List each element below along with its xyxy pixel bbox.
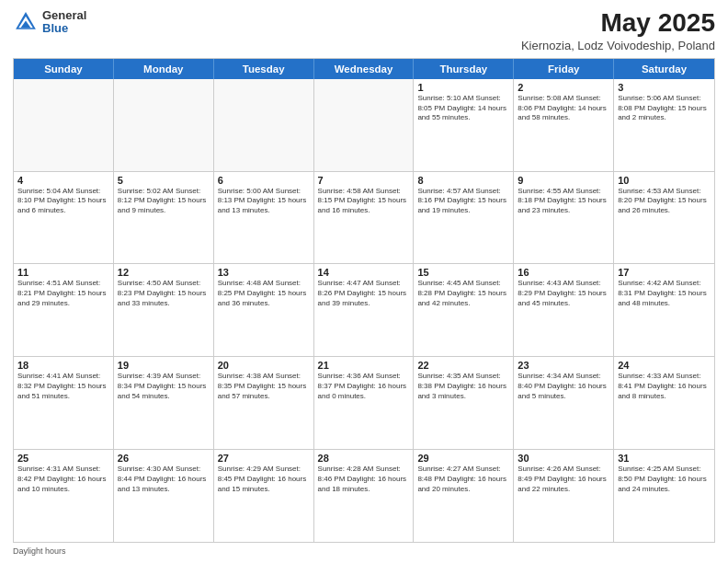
cal-week-1: 4Sunrise: 5:04 AM Sunset: 8:10 PM Daylig… bbox=[14, 172, 714, 265]
logo: General Blue bbox=[13, 9, 86, 36]
cal-cell: 19Sunrise: 4:39 AM Sunset: 8:34 PM Dayli… bbox=[114, 357, 214, 449]
cell-info: Sunrise: 4:43 AM Sunset: 8:29 PM Dayligh… bbox=[518, 279, 609, 308]
date-number: 3 bbox=[618, 82, 711, 93]
cal-cell: 12Sunrise: 4:50 AM Sunset: 8:23 PM Dayli… bbox=[114, 264, 214, 356]
calendar: SundayMondayTuesdayWednesdayThursdayFrid… bbox=[13, 58, 715, 543]
date-number: 22 bbox=[417, 360, 509, 371]
cal-cell bbox=[114, 79, 214, 171]
cell-info: Sunrise: 4:29 AM Sunset: 8:45 PM Dayligh… bbox=[218, 465, 310, 494]
cal-cell: 22Sunrise: 4:35 AM Sunset: 8:38 PM Dayli… bbox=[414, 357, 514, 449]
cell-info: Sunrise: 4:42 AM Sunset: 8:31 PM Dayligh… bbox=[618, 279, 711, 308]
cell-info: Sunrise: 4:38 AM Sunset: 8:35 PM Dayligh… bbox=[218, 372, 310, 401]
cell-info: Sunrise: 4:35 AM Sunset: 8:38 PM Dayligh… bbox=[417, 372, 509, 401]
day-header-sunday: Sunday bbox=[14, 59, 114, 79]
date-number: 21 bbox=[318, 360, 410, 371]
date-number: 29 bbox=[417, 453, 509, 464]
cal-cell: 8Sunrise: 4:57 AM Sunset: 8:16 PM Daylig… bbox=[414, 172, 514, 264]
cal-cell: 15Sunrise: 4:45 AM Sunset: 8:28 PM Dayli… bbox=[414, 264, 514, 356]
cal-week-2: 11Sunrise: 4:51 AM Sunset: 8:21 PM Dayli… bbox=[14, 264, 714, 357]
cell-info: Sunrise: 5:02 AM Sunset: 8:12 PM Dayligh… bbox=[118, 187, 210, 216]
cal-cell: 26Sunrise: 4:30 AM Sunset: 8:44 PM Dayli… bbox=[114, 450, 214, 542]
date-number: 30 bbox=[518, 453, 609, 464]
cell-info: Sunrise: 4:53 AM Sunset: 8:20 PM Dayligh… bbox=[618, 187, 711, 216]
cell-info: Sunrise: 4:34 AM Sunset: 8:40 PM Dayligh… bbox=[518, 372, 609, 401]
location: Kiernozia, Lodz Voivodeship, Poland bbox=[521, 39, 715, 52]
cal-cell: 13Sunrise: 4:48 AM Sunset: 8:25 PM Dayli… bbox=[214, 264, 314, 356]
day-header-friday: Friday bbox=[514, 59, 614, 79]
date-number: 5 bbox=[118, 175, 210, 186]
cal-cell: 29Sunrise: 4:27 AM Sunset: 8:48 PM Dayli… bbox=[414, 450, 514, 542]
date-number: 19 bbox=[118, 360, 210, 371]
date-number: 13 bbox=[218, 267, 310, 278]
cal-cell: 28Sunrise: 4:28 AM Sunset: 8:46 PM Dayli… bbox=[314, 450, 415, 542]
day-header-monday: Monday bbox=[114, 59, 214, 79]
date-number: 18 bbox=[17, 360, 109, 371]
cal-cell: 9Sunrise: 4:55 AM Sunset: 8:18 PM Daylig… bbox=[514, 172, 614, 264]
date-number: 24 bbox=[618, 360, 711, 371]
cell-info: Sunrise: 4:41 AM Sunset: 8:32 PM Dayligh… bbox=[17, 372, 109, 401]
date-number: 15 bbox=[417, 267, 509, 278]
day-header-tuesday: Tuesday bbox=[214, 59, 314, 79]
cal-cell: 1Sunrise: 5:10 AM Sunset: 8:05 PM Daylig… bbox=[414, 79, 514, 171]
header: General Blue May 2025 Kiernozia, Lodz Vo… bbox=[13, 9, 715, 52]
cal-cell: 10Sunrise: 4:53 AM Sunset: 8:20 PM Dayli… bbox=[614, 172, 714, 264]
date-number: 2 bbox=[518, 82, 609, 93]
date-number: 26 bbox=[118, 453, 210, 464]
cal-cell: 18Sunrise: 4:41 AM Sunset: 8:32 PM Dayli… bbox=[14, 357, 114, 449]
calendar-header: SundayMondayTuesdayWednesdayThursdayFrid… bbox=[14, 59, 714, 79]
month-year: May 2025 bbox=[521, 9, 715, 38]
cal-cell: 2Sunrise: 5:08 AM Sunset: 8:06 PM Daylig… bbox=[514, 79, 614, 171]
title-block: May 2025 Kiernozia, Lodz Voivodeship, Po… bbox=[521, 9, 715, 52]
date-number: 31 bbox=[618, 453, 711, 464]
logo-text: General Blue bbox=[42, 9, 86, 36]
cell-info: Sunrise: 5:08 AM Sunset: 8:06 PM Dayligh… bbox=[518, 94, 609, 123]
cal-cell: 27Sunrise: 4:29 AM Sunset: 8:45 PM Dayli… bbox=[214, 450, 314, 542]
day-header-saturday: Saturday bbox=[614, 59, 714, 79]
date-number: 14 bbox=[318, 267, 410, 278]
date-number: 23 bbox=[518, 360, 609, 371]
cell-info: Sunrise: 4:50 AM Sunset: 8:23 PM Dayligh… bbox=[118, 279, 210, 308]
cell-info: Sunrise: 5:10 AM Sunset: 8:05 PM Dayligh… bbox=[417, 94, 509, 123]
date-number: 9 bbox=[518, 175, 609, 186]
cell-info: Sunrise: 4:45 AM Sunset: 8:28 PM Dayligh… bbox=[417, 279, 509, 308]
cal-week-4: 25Sunrise: 4:31 AM Sunset: 8:42 PM Dayli… bbox=[14, 450, 714, 542]
cell-info: Sunrise: 4:51 AM Sunset: 8:21 PM Dayligh… bbox=[17, 279, 109, 308]
cal-cell: 23Sunrise: 4:34 AM Sunset: 8:40 PM Dayli… bbox=[514, 357, 614, 449]
cell-info: Sunrise: 4:28 AM Sunset: 8:46 PM Dayligh… bbox=[318, 465, 410, 494]
cal-cell: 21Sunrise: 4:36 AM Sunset: 8:37 PM Dayli… bbox=[314, 357, 415, 449]
date-number: 11 bbox=[17, 267, 109, 278]
date-number: 1 bbox=[417, 82, 509, 93]
page: General Blue May 2025 Kiernozia, Lodz Vo… bbox=[0, 0, 728, 563]
date-number: 7 bbox=[318, 175, 410, 186]
cal-week-3: 18Sunrise: 4:41 AM Sunset: 8:32 PM Dayli… bbox=[14, 357, 714, 450]
cell-info: Sunrise: 4:25 AM Sunset: 8:50 PM Dayligh… bbox=[618, 465, 711, 494]
cell-info: Sunrise: 4:26 AM Sunset: 8:49 PM Dayligh… bbox=[518, 465, 609, 494]
cal-cell: 14Sunrise: 4:47 AM Sunset: 8:26 PM Dayli… bbox=[314, 264, 415, 356]
date-number: 28 bbox=[318, 453, 410, 464]
logo-general: General bbox=[42, 8, 86, 22]
cell-info: Sunrise: 4:39 AM Sunset: 8:34 PM Dayligh… bbox=[118, 372, 210, 401]
cal-cell: 3Sunrise: 5:06 AM Sunset: 8:08 PM Daylig… bbox=[614, 79, 714, 171]
date-number: 20 bbox=[218, 360, 310, 371]
date-number: 12 bbox=[118, 267, 210, 278]
date-number: 27 bbox=[218, 453, 310, 464]
date-number: 17 bbox=[618, 267, 711, 278]
cal-cell bbox=[314, 79, 415, 171]
cal-cell bbox=[14, 79, 114, 171]
cell-info: Sunrise: 4:31 AM Sunset: 8:42 PM Dayligh… bbox=[17, 465, 109, 494]
cell-info: Sunrise: 4:30 AM Sunset: 8:44 PM Dayligh… bbox=[118, 465, 210, 494]
cell-info: Sunrise: 4:33 AM Sunset: 8:41 PM Dayligh… bbox=[618, 372, 711, 401]
cal-cell: 4Sunrise: 5:04 AM Sunset: 8:10 PM Daylig… bbox=[14, 172, 114, 264]
day-header-wednesday: Wednesday bbox=[314, 59, 415, 79]
date-number: 25 bbox=[17, 453, 109, 464]
cal-cell: 31Sunrise: 4:25 AM Sunset: 8:50 PM Dayli… bbox=[614, 450, 714, 542]
logo-icon bbox=[13, 9, 39, 35]
footer-note: Daylight hours bbox=[13, 546, 715, 556]
cal-week-0: 1Sunrise: 5:10 AM Sunset: 8:05 PM Daylig… bbox=[14, 79, 714, 172]
date-number: 8 bbox=[417, 175, 509, 186]
cal-cell: 30Sunrise: 4:26 AM Sunset: 8:49 PM Dayli… bbox=[514, 450, 614, 542]
date-number: 10 bbox=[618, 175, 711, 186]
cell-info: Sunrise: 5:00 AM Sunset: 8:13 PM Dayligh… bbox=[218, 187, 310, 216]
cell-info: Sunrise: 4:55 AM Sunset: 8:18 PM Dayligh… bbox=[518, 187, 609, 216]
cal-cell: 20Sunrise: 4:38 AM Sunset: 8:35 PM Dayli… bbox=[214, 357, 314, 449]
